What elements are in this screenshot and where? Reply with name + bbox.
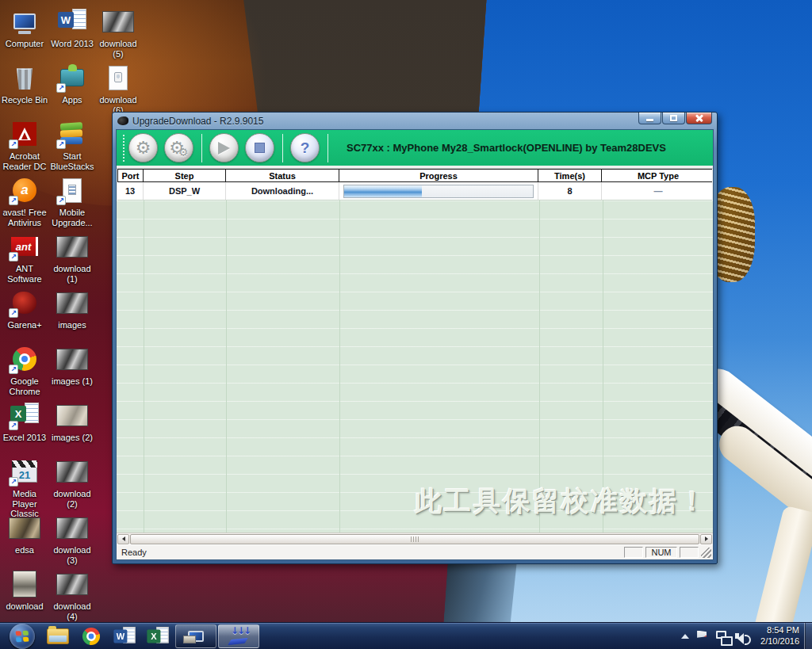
cell-progress — [339, 182, 538, 200]
desktop-icon-download-5[interactable]: download (5) — [94, 6, 143, 59]
table-body[interactable]: 此工具保留校准数据！ — [117, 200, 713, 533]
taskbar-windows-explorer[interactable] — [41, 623, 75, 649]
icon-label: download (5) — [94, 39, 143, 59]
column-header-status[interactable]: Status — [226, 170, 339, 181]
scroll-right-button[interactable] — [700, 534, 712, 544]
window-controls — [638, 113, 712, 124]
explorer-folder-icon — [47, 628, 69, 644]
desktop-icon-download-4[interactable]: download (4) — [48, 569, 97, 621]
desktop-icon-download-1[interactable]: download (1) — [48, 231, 97, 284]
cell-time: 8 — [538, 182, 602, 200]
icon-label: Computer — [0, 39, 49, 49]
desktop-icon-recycle-bin[interactable]: Recycle Bin — [0, 63, 49, 105]
desktop-icon-images[interactable]: images — [48, 288, 97, 330]
window-titlebar[interactable]: UpgradeDownload - R2.9.9015 — [116, 113, 714, 129]
upgrade-tool-icon: ↓↓↓ — [228, 627, 249, 646]
desktop-icon-download[interactable]: download — [0, 569, 49, 612]
taskbar-research-download-tool[interactable] — [175, 624, 216, 648]
icon-label: download — [0, 601, 49, 612]
close-button[interactable] — [686, 113, 712, 124]
desktop-icon-mobile-upgrade[interactable]: ↗Mobile Upgrade... — [48, 175, 97, 227]
desktop-icon-images-1[interactable]: images (1) — [48, 344, 97, 387]
desktop-icon-ant-software[interactable]: ant↗ANT Software — [0, 231, 49, 284]
desktop-icon-media-player-classic[interactable]: 21↗Media Player Classic — [0, 456, 49, 519]
computer-icon — [13, 13, 36, 29]
toolbar: ⚙⚙⚙? SC77xx : MyPhone My28_Smartlock(OPE… — [117, 130, 713, 166]
desktop-icon-computer[interactable]: Computer — [0, 6, 49, 49]
minimize-button[interactable] — [638, 113, 661, 124]
taskbar-upgrade-download-tool[interactable]: ↓↓↓ — [218, 624, 259, 648]
multi-port-settings-button[interactable]: ⚙⚙ — [164, 133, 193, 162]
windows-flag-icon — [16, 630, 29, 642]
icon-label: Apps — [48, 95, 97, 105]
cell-mcp-type: — — [602, 182, 714, 200]
desktop-icon-acrobat-reader-dc[interactable]: ↗Acrobat Reader DC — [0, 119, 49, 171]
desktop-icon-edsa[interactable]: edsa — [0, 513, 49, 555]
device-tool-icon — [188, 631, 204, 642]
desktop-icon-download-3[interactable]: download (3) — [48, 513, 97, 565]
icon-label: edsa — [0, 545, 49, 555]
chrome-icon — [82, 627, 100, 644]
scrollbar-thumb[interactable] — [130, 534, 699, 544]
desktop-icon-avast-free-antivirus[interactable]: a↗avast! Free Antivirus — [0, 175, 49, 227]
action-center-flag-icon[interactable] — [697, 631, 710, 642]
icon-label: download (2) — [48, 489, 97, 509]
taskbar-start-menu[interactable] — [10, 624, 35, 649]
speaker-icon[interactable] — [735, 631, 751, 642]
maximize-button[interactable] — [662, 113, 685, 124]
desktop-icon-garena[interactable]: ↗Garena+ — [0, 288, 49, 330]
word-icon: W — [113, 629, 127, 643]
photo-thumbnail-icon — [102, 11, 134, 32]
shortcut-arrow-icon: ↗ — [56, 196, 66, 205]
desktop-icon-download-2[interactable]: download (2) — [48, 456, 97, 509]
desktop-icon-word-2013[interactable]: WWord 2013 — [48, 6, 97, 49]
desktop-icon-google-chrome[interactable]: ↗Google Chrome — [0, 344, 49, 396]
table-header: PortStepStatusProgressTime(s)MCP Type — [117, 169, 712, 182]
taskbar-clock[interactable]: 8:54 PM 2/10/2016 — [760, 625, 799, 647]
excel-icon: X — [147, 629, 160, 643]
desktop-icon-excel-2013[interactable]: X↗Excel 2013 — [0, 400, 49, 443]
table-row[interactable]: 13DSP_WDownloading...8— — [117, 182, 712, 200]
icon-label: avast! Free Antivirus — [0, 208, 49, 227]
stop-icon — [255, 143, 265, 153]
desktop-icon-apps[interactable]: ↗Apps — [48, 63, 97, 105]
column-header-time-s[interactable]: Time(s) — [538, 170, 602, 181]
scroll-left-button[interactable] — [117, 534, 129, 544]
network-icon[interactable] — [716, 631, 729, 642]
taskbar-excel[interactable]: X — [141, 623, 174, 649]
desktop-icon-download-6[interactable]: download (6) — [94, 63, 143, 115]
start-downloading-button[interactable] — [209, 133, 239, 162]
toolbar-buttons: ⚙⚙⚙? — [128, 133, 335, 162]
system-tray: 8:54 PM 2/10/2016 — [673, 623, 812, 649]
scroll-left-icon — [122, 536, 125, 541]
status-bar: Ready NUM — [117, 544, 713, 559]
icon-label: images (1) — [48, 376, 97, 387]
question-mark-icon: ? — [301, 139, 310, 157]
column-header-step[interactable]: Step — [144, 170, 226, 181]
taskbar: WX↓↓↓ 8:54 PM 2/10/2016 — [0, 622, 812, 649]
status-pane — [680, 547, 699, 558]
settings-button[interactable]: ⚙ — [128, 133, 158, 162]
icon-label: Recycle Bin — [0, 95, 49, 105]
icon-label: Mobile Upgrade... — [48, 208, 97, 227]
taskbar-google-chrome[interactable] — [75, 623, 108, 649]
column-header-mcp-type[interactable]: MCP Type — [602, 170, 714, 181]
desktop-icon-start-bluestacks[interactable]: ↗Start BlueStacks — [48, 119, 97, 171]
toolbar-separator — [282, 134, 283, 162]
stop-downloading-button[interactable] — [245, 133, 274, 162]
show-desktop-button[interactable] — [804, 623, 812, 649]
window-title: UpgradeDownload - R2.9.9015 — [132, 116, 263, 127]
column-header-progress[interactable]: Progress — [339, 170, 538, 181]
resize-grip[interactable] — [701, 548, 711, 558]
word-icon: W — [58, 12, 74, 28]
shortcut-arrow-icon: ↗ — [56, 139, 66, 149]
shortcut-arrow-icon: ↗ — [9, 139, 18, 149]
desktop-icon-images-2[interactable]: images (2) — [48, 400, 97, 443]
column-header-port[interactable]: Port — [117, 170, 144, 181]
shortcut-arrow-icon: ↗ — [9, 252, 18, 262]
recycle-bin-icon — [15, 66, 34, 90]
tray-expand-icon[interactable] — [681, 634, 689, 639]
help-button[interactable]: ? — [290, 133, 320, 162]
taskbar-word[interactable]: W — [108, 623, 141, 649]
progress-bar — [343, 185, 534, 198]
